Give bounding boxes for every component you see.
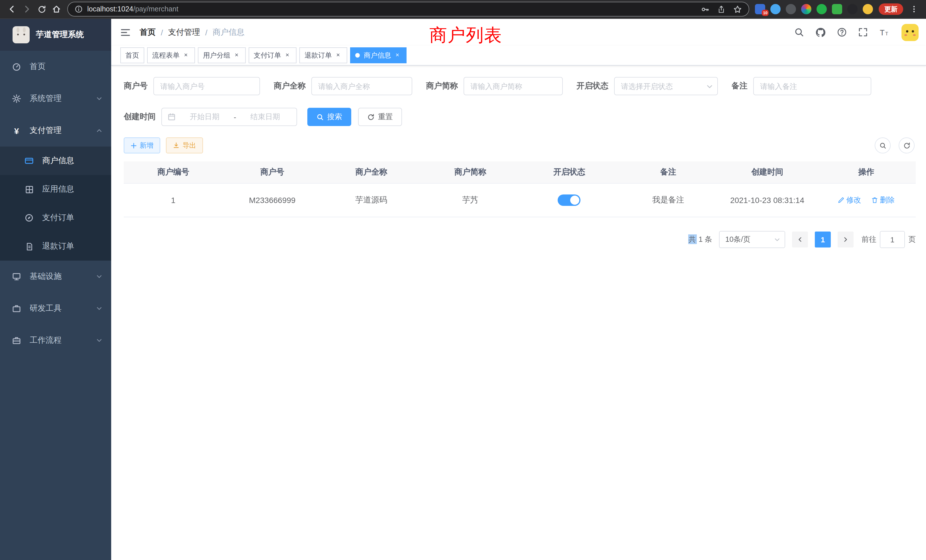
forward-button[interactable] [20, 2, 34, 17]
site-info-icon[interactable] [75, 5, 83, 13]
extension-icon[interactable]: 10 [755, 4, 765, 14]
search-button[interactable]: 搜索 [307, 108, 351, 126]
browser-update-button[interactable]: 更新 [879, 3, 903, 15]
sidebar-item-dev-tools[interactable]: 研发工具 [0, 292, 111, 324]
refresh-table-icon[interactable] [899, 138, 915, 153]
reset-button-label: 重置 [378, 112, 393, 122]
close-tab-icon[interactable]: × [334, 51, 342, 59]
tab-label: 流程表单 [152, 50, 180, 60]
sidebar-item-infrastructure[interactable]: 基础设施 [0, 260, 111, 292]
back-button[interactable] [5, 2, 20, 17]
remark-label: 备注 [732, 81, 747, 91]
monitor-icon [11, 272, 22, 281]
sidebar-item-payment-order[interactable]: 支付订单 [0, 204, 111, 232]
tab-merchant-info[interactable]: 商户信息× [350, 47, 407, 63]
prev-page-button[interactable] [792, 232, 808, 248]
close-tab-icon[interactable]: × [233, 51, 241, 59]
active-tab-dot [355, 53, 360, 58]
tab-label: 用户分组 [203, 50, 230, 60]
calendar-icon [168, 113, 176, 121]
breadcrumb-home[interactable]: 首页 [140, 27, 156, 37]
help-icon[interactable] [837, 27, 847, 37]
url-bar[interactable]: localhost:1024/pay/merchant [67, 2, 749, 17]
app-logo[interactable]: 芋道管理系统 [0, 19, 111, 51]
chevron-down-icon [96, 274, 102, 279]
end-date-placeholder: 结束日期 [239, 112, 291, 122]
sidebar-item-home[interactable]: 首页 [0, 51, 111, 83]
tab-label: 首页 [126, 50, 139, 60]
sidebar-item-label: 系统管理 [30, 94, 62, 104]
page-size-select[interactable]: 10条/页 [719, 231, 785, 248]
share-icon[interactable] [717, 5, 725, 14]
col-short-name: 商户简称 [421, 161, 520, 183]
browser-window: localhost:1024/pay/merchant 10 [0, 0, 926, 560]
close-tab-icon[interactable]: × [182, 51, 190, 59]
goto-page-input[interactable] [880, 231, 905, 248]
sidebar-item-refund-order[interactable]: 退款订单 [0, 232, 111, 260]
breadcrumb-current: 商户信息 [213, 27, 245, 37]
export-button[interactable]: 导出 [166, 138, 203, 153]
extension-icon[interactable] [770, 4, 781, 14]
tab-process-form[interactable]: 流程表单× [147, 47, 195, 63]
delete-link[interactable]: 删除 [871, 195, 895, 205]
compass-icon [24, 213, 34, 222]
extension-icon[interactable] [863, 4, 873, 14]
tab-home[interactable]: 首页 [120, 47, 144, 63]
status-select[interactable] [614, 77, 718, 95]
col-full-name: 商户全称 [322, 161, 421, 183]
extension-icon[interactable] [801, 4, 811, 14]
bookmark-star-icon[interactable] [733, 5, 742, 14]
home-button[interactable] [49, 2, 64, 17]
tab-refund-order[interactable]: 退款订单× [300, 47, 347, 63]
tab-label: 商户信息 [364, 50, 391, 60]
font-size-icon[interactable]: TT [879, 27, 890, 37]
extension-icon[interactable] [832, 4, 842, 14]
next-page-button[interactable] [838, 232, 853, 248]
sidebar-item-label: 支付管理 [30, 126, 62, 136]
page-jumper: 前往 页 [862, 231, 916, 248]
sidebar-item-merchant-info[interactable]: 商户信息 [0, 147, 111, 175]
col-remark: 备注 [619, 161, 717, 183]
sidebar-item-label: 工作流程 [30, 335, 62, 345]
extension-icon[interactable] [817, 4, 827, 14]
pagination: 共 1 条 10条/页 1 前往 页 [124, 231, 916, 248]
close-tab-icon[interactable]: × [283, 51, 291, 59]
toggle-search-icon[interactable] [875, 138, 891, 153]
merchant-no-input[interactable] [153, 77, 260, 95]
dashboard-icon [11, 62, 22, 71]
sidebar-item-payment[interactable]: ¥ 支付管理 [0, 115, 111, 147]
github-icon[interactable] [816, 27, 826, 37]
password-key-icon[interactable] [701, 5, 709, 14]
breadcrumb-payment: 支付管理 [168, 27, 200, 37]
reset-button[interactable]: 重置 [358, 108, 402, 126]
sidebar-item-workflow[interactable]: 工作流程 [0, 324, 111, 356]
tab-payment-order[interactable]: 支付订单× [249, 47, 297, 63]
reload-button[interactable] [34, 2, 49, 17]
remark-input[interactable] [753, 77, 871, 95]
merchant-short-input[interactable] [464, 77, 563, 95]
status-toggle[interactable] [558, 194, 581, 206]
sidebar-item-system[interactable]: 系统管理 [0, 83, 111, 115]
user-avatar[interactable] [902, 24, 918, 41]
chevron-down-icon [96, 306, 102, 311]
chevron-down-icon [96, 96, 102, 101]
edit-link[interactable]: 修改 [838, 195, 861, 205]
add-button[interactable]: 新增 [124, 138, 160, 153]
filter-row-1: 商户号 商户全称 商户简称 开启状态 [124, 77, 916, 95]
date-range-picker[interactable]: 开始日期 - 结束日期 [161, 108, 297, 126]
extension-icon[interactable] [786, 4, 796, 14]
page-size-value: 10条/页 [725, 235, 750, 245]
close-tab-icon[interactable]: × [393, 51, 401, 59]
fullscreen-icon[interactable] [858, 27, 868, 37]
merchant-short-label: 商户简称 [426, 81, 458, 91]
browser-menu-button[interactable] [906, 2, 921, 17]
merchant-name-input[interactable] [311, 77, 412, 95]
tab-user-group[interactable]: 用户分组× [198, 47, 246, 63]
current-page-button[interactable]: 1 [815, 232, 831, 248]
sidebar-collapse-button[interactable] [120, 27, 130, 37]
extension-icon[interactable] [847, 4, 858, 14]
col-create-time: 创建时间 [718, 161, 817, 183]
search-icon[interactable] [794, 27, 804, 37]
sidebar-item-app-info[interactable]: 应用信息 [0, 175, 111, 204]
sidebar-submenu-payment: 商户信息 应用信息 支付订单 [0, 147, 111, 260]
